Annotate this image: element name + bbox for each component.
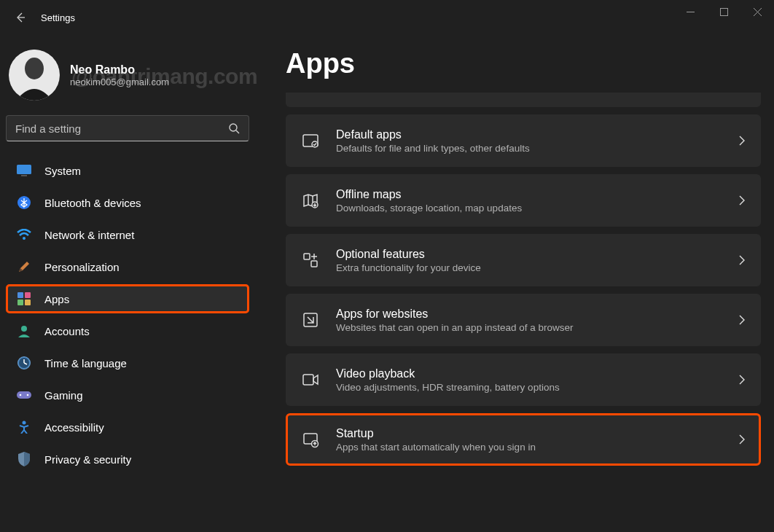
card-subtitle: Downloads, storage location, map updates — [336, 203, 722, 214]
svg-point-5 — [25, 58, 44, 79]
svg-point-21 — [27, 394, 29, 396]
chevron-right-icon — [738, 434, 746, 445]
sidebar-item-label: Accounts — [44, 325, 90, 337]
chevron-right-icon — [738, 374, 746, 386]
chevron-right-icon — [738, 314, 746, 326]
svg-rect-19 — [17, 391, 31, 399]
profile-text: Neo Rambo neokim005@gmail.com — [70, 63, 169, 87]
svg-rect-1 — [720, 8, 727, 15]
search-box[interactable] — [6, 115, 249, 141]
clock-globe-icon — [17, 356, 31, 370]
card-title: Offline maps — [336, 188, 722, 201]
svg-rect-26 — [304, 254, 310, 259]
card-subtitle: Defaults for file and link types, other … — [336, 143, 722, 154]
svg-rect-14 — [17, 300, 23, 305]
map-icon — [301, 191, 320, 210]
sidebar-item-label: Gaming — [44, 389, 83, 402]
page-title: Apps — [286, 48, 761, 79]
shield-icon — [17, 452, 31, 466]
svg-point-20 — [20, 394, 22, 396]
card-subtitle: Websites that can open in an app instead… — [336, 322, 722, 333]
profile-block[interactable]: Neo Rambo neokim005@gmail.com @oantriman… — [6, 44, 249, 115]
titlebar: Settings — [0, 0, 774, 35]
sidebar-item-accounts[interactable]: Accounts — [6, 316, 249, 345]
svg-line-7 — [236, 130, 239, 133]
svg-point-11 — [23, 237, 26, 240]
svg-rect-27 — [311, 261, 317, 267]
card-title: Optional features — [336, 248, 722, 261]
sidebar-item-label: System — [44, 165, 81, 177]
person-icon — [17, 324, 31, 338]
minimize-button[interactable] — [673, 0, 707, 23]
card-title: Default apps — [336, 128, 722, 141]
gamepad-icon — [17, 388, 31, 402]
sidebar-item-system[interactable]: System — [6, 156, 249, 185]
window-controls — [673, 0, 774, 23]
card-startup[interactable]: Startup Apps that start automatically wh… — [286, 413, 761, 466]
card-offline-maps[interactable]: Offline maps Downloads, storage location… — [286, 174, 761, 227]
card-optional-features[interactable]: Optional features Extra functionality fo… — [286, 234, 761, 286]
accessibility-icon — [17, 420, 31, 434]
svg-rect-8 — [17, 165, 31, 174]
card-title: Startup — [336, 427, 722, 440]
apps-icon — [17, 292, 31, 306]
svg-rect-13 — [25, 292, 31, 298]
minimize-icon — [687, 8, 695, 16]
card-title: Video playback — [336, 367, 722, 380]
sidebar-item-label: Accessibility — [44, 421, 104, 434]
svg-rect-29 — [303, 375, 313, 385]
svg-point-16 — [21, 326, 27, 332]
sidebar-item-label: Privacy & security — [44, 453, 131, 466]
sidebar-item-label: Personalization — [44, 261, 120, 273]
search-input[interactable] — [15, 122, 228, 135]
card-apps-for-websites[interactable]: Apps for websites Websites that can open… — [286, 294, 761, 346]
partial-card-strip[interactable] — [286, 93, 761, 107]
maximize-button[interactable] — [707, 0, 740, 23]
startup-icon — [301, 430, 320, 449]
bluetooth-icon — [17, 195, 31, 210]
chevron-right-icon — [738, 195, 746, 206]
card-subtitle: Apps that start automatically when you s… — [336, 442, 722, 453]
search-icon — [228, 122, 240, 134]
brush-icon — [17, 259, 31, 274]
window-title: Settings — [41, 12, 75, 23]
main-panel: Apps Default apps Defaults for file and … — [255, 35, 774, 532]
display-icon — [17, 163, 31, 178]
profile-email: neokim005@gmail.com — [70, 77, 169, 87]
sidebar: Neo Rambo neokim005@gmail.com @oantriman… — [0, 35, 255, 532]
card-video-playback[interactable]: Video playback Video adjustments, HDR st… — [286, 353, 761, 406]
sidebar-item-gaming[interactable]: Gaming — [6, 380, 249, 410]
card-title: Apps for websites — [336, 308, 722, 321]
back-arrow-icon — [15, 12, 26, 23]
sidebar-item-bluetooth[interactable]: Bluetooth & devices — [6, 188, 249, 217]
back-button[interactable] — [6, 3, 35, 32]
profile-name: Neo Rambo — [70, 63, 169, 77]
avatar — [9, 50, 60, 101]
nav-list: System Bluetooth & devices Network & int… — [6, 156, 249, 474]
card-default-apps[interactable]: Default apps Defaults for file and link … — [286, 114, 761, 167]
maximize-icon — [720, 8, 728, 16]
default-apps-icon — [301, 131, 320, 150]
sidebar-item-apps[interactable]: Apps — [6, 284, 249, 313]
sidebar-item-time-language[interactable]: Time & language — [6, 348, 249, 378]
sidebar-item-label: Network & internet — [44, 229, 134, 241]
chevron-right-icon — [738, 254, 746, 266]
sidebar-item-label: Bluetooth & devices — [44, 197, 141, 209]
sidebar-item-network[interactable]: Network & internet — [6, 220, 249, 249]
sidebar-item-label: Time & language — [44, 357, 127, 369]
svg-rect-15 — [25, 300, 31, 305]
wifi-icon — [17, 227, 31, 242]
sidebar-item-personalization[interactable]: Personalization — [6, 252, 249, 281]
sidebar-item-accessibility[interactable]: Accessibility — [6, 412, 249, 442]
svg-point-22 — [23, 421, 26, 425]
sidebar-item-label: Apps — [44, 293, 69, 305]
features-icon — [301, 251, 320, 270]
svg-point-6 — [230, 124, 237, 131]
close-icon — [754, 8, 762, 16]
svg-rect-9 — [21, 175, 27, 176]
app-website-icon — [301, 310, 320, 329]
svg-rect-12 — [17, 292, 23, 298]
video-icon — [301, 370, 320, 389]
sidebar-item-privacy[interactable]: Privacy & security — [6, 445, 249, 474]
close-button[interactable] — [740, 0, 774, 23]
